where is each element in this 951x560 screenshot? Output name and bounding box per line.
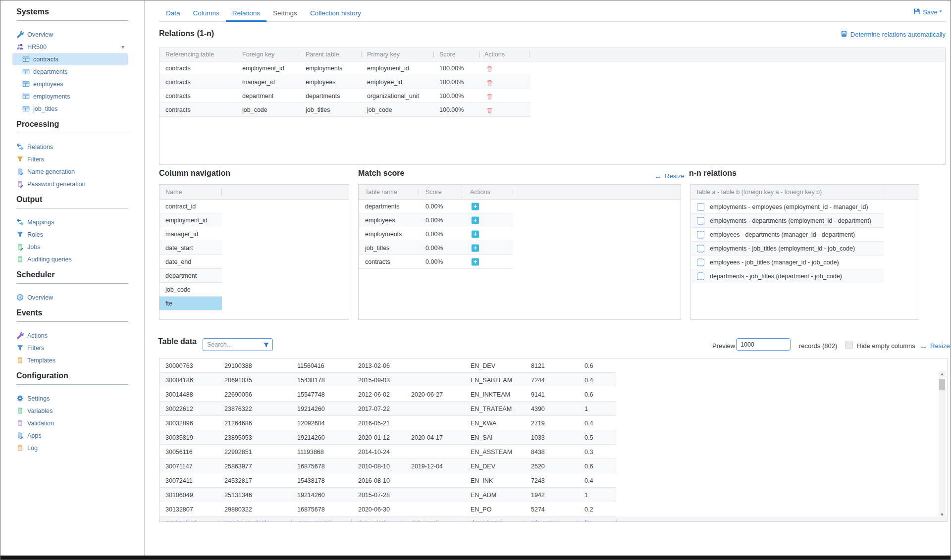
sidebar-item-mappings[interactable]: Mappings <box>0 216 144 228</box>
checkbox[interactable] <box>697 273 704 280</box>
sidebar-item-departments[interactable]: departments <box>0 65 144 78</box>
sidebar-section-title: Systems <box>16 6 144 17</box>
delete-relation-icon[interactable] <box>486 93 493 100</box>
nn-relation-label: employments - job_titles (employment_id … <box>710 245 855 252</box>
checkbox[interactable] <box>697 217 704 225</box>
cell: 19214260 <box>297 492 325 499</box>
sidebar-item-log[interactable]: Log <box>0 442 144 454</box>
table-header: Referencing tableForeign keyParent table… <box>159 48 945 61</box>
column-name: fte <box>165 300 172 307</box>
resize-table-button[interactable]: ↔ Resize <box>920 342 950 350</box>
tab-settings[interactable]: Settings <box>266 5 304 22</box>
cell: 20691035 <box>224 377 252 384</box>
add-relation-button[interactable]: + <box>472 217 479 224</box>
cell: 100.00% <box>439 65 464 72</box>
resize-columns-button[interactable]: ↔ Resize <box>654 172 685 180</box>
add-relation-button[interactable]: + <box>472 258 479 266</box>
sidebar-item-roles[interactable]: Roles <box>0 228 144 241</box>
sidebar-item-settings[interactable]: Settings <box>0 392 144 405</box>
determine-relations-button[interactable]: Determine relations automatically <box>841 30 946 39</box>
match-score-row-job-titles: job_titles 0.00% + <box>359 241 681 255</box>
cell: 2020-04-17 <box>411 434 443 441</box>
column-nav-row-date-end[interactable]: date_end <box>159 255 349 269</box>
column-nav-row-manager-id[interactable]: manager_id <box>159 227 349 241</box>
sidebar-item-auditing-queries[interactable]: Auditing queries <box>0 253 144 265</box>
sidebar-item-jobs[interactable]: Jobs <box>0 241 144 253</box>
sidebar-item-actions[interactable]: Actions <box>0 329 144 342</box>
checkbox[interactable] <box>697 231 704 239</box>
cell: 19214260 <box>297 434 325 441</box>
sidebar-item-label: Mappings <box>27 219 54 226</box>
cell: contracts <box>165 79 191 86</box>
cell: 0.2 <box>584 506 593 513</box>
sidebar-item-variables[interactable]: Variables <box>0 405 144 417</box>
delete-relation-icon[interactable] <box>486 79 493 86</box>
delete-relation-icon[interactable] <box>486 65 493 72</box>
sidebar-item-relations[interactable]: Relations <box>0 141 144 153</box>
tab-data[interactable]: Data <box>159 5 187 22</box>
search-input[interactable] <box>203 338 273 351</box>
wrench-purple-icon <box>16 332 24 339</box>
sidebar-item-job-titles[interactable]: job_titles <box>0 102 144 115</box>
scroll-up-icon[interactable]: ▲ <box>939 371 946 377</box>
delete-relation-icon[interactable] <box>486 107 493 113</box>
column-nav-row-department[interactable]: department <box>159 269 349 283</box>
add-relation-button[interactable]: + <box>472 231 479 238</box>
column-nav-row-fte[interactable]: fte <box>159 297 349 310</box>
column-header: contract_id <box>165 519 196 522</box>
sidebar-item-filters[interactable]: Filters <box>0 342 144 354</box>
column-nav-row-contract-id[interactable]: contract_id <box>159 200 349 213</box>
cell: 30004186 <box>165 377 193 384</box>
sidebar-item-hr500[interactable]: HR500▾ <box>0 41 144 53</box>
hide-empty-columns-checkbox[interactable] <box>845 341 853 349</box>
column-navigation-table: Namecontract_idemployment_idmanager_idda… <box>159 184 349 320</box>
sidebar-item-apps[interactable]: Apps <box>0 429 144 442</box>
sidebar-item-validation[interactable]: Validation <box>0 417 144 429</box>
tab-columns[interactable]: Columns <box>187 5 226 22</box>
sidebar-item-employments[interactable]: employments <box>0 90 144 102</box>
cell: 9141 <box>531 391 545 398</box>
tab-relations[interactable]: Relations <box>226 5 266 22</box>
column-nav-row-date-start[interactable]: date_start <box>159 241 349 255</box>
sidebar-item-password-generation[interactable]: Password generation <box>0 178 144 190</box>
scrollbar-thumb[interactable] <box>939 379 945 390</box>
divider <box>16 321 128 322</box>
records-count-label: records (802) <box>799 342 837 350</box>
cell: 22902851 <box>224 449 252 456</box>
tab-collection-history[interactable]: Collection history <box>304 5 368 22</box>
sidebar-item-filters[interactable]: Filters <box>0 153 144 165</box>
column-separator <box>221 189 222 195</box>
doc-pencil-purple-icon <box>16 180 24 188</box>
add-relation-button[interactable]: + <box>472 203 479 210</box>
cell: 2015-09-03 <box>358 377 390 384</box>
column-separator <box>529 51 529 58</box>
sidebar-item-overview[interactable]: Overview <box>0 28 144 41</box>
checkbox[interactable] <box>697 245 704 253</box>
sidebar-item-employees[interactable]: employees <box>0 78 144 90</box>
filter-funnel-icon[interactable] <box>263 341 269 348</box>
cell: 22690056 <box>224 391 252 398</box>
window-bottom-edge <box>0 556 951 560</box>
add-relation-button[interactable]: + <box>472 245 479 252</box>
column-nav-row-employment-id[interactable]: employment_id <box>159 213 349 227</box>
divider <box>16 133 128 133</box>
column-separator <box>479 51 480 58</box>
vertical-scrollbar[interactable]: ▲ ▼ <box>939 371 946 518</box>
sidebar-item-label: Filters <box>27 345 44 352</box>
preview-count-input[interactable] <box>736 338 791 351</box>
checkbox[interactable] <box>697 259 704 266</box>
chevron-down-icon[interactable]: ▾ <box>121 44 124 50</box>
cell: 2520 <box>531 463 545 470</box>
sidebar-item-contracts[interactable]: contracts <box>12 53 128 65</box>
cell: 2016-05-21 <box>358 420 390 427</box>
relations-1n-title: Relations (1-n) <box>159 29 214 38</box>
doc-pencil-green-icon <box>16 243 24 251</box>
save-button[interactable]: Save * <box>913 8 942 16</box>
sidebar-item-templates[interactable]: Templates <box>0 354 144 366</box>
sidebar-item-name-generation[interactable]: Name generation <box>0 165 144 178</box>
sidebar-section-configuration: Configuration Settings Variables Validat… <box>0 370 144 454</box>
checkbox[interactable] <box>697 204 704 211</box>
column-nav-row-job-code[interactable]: job_code <box>159 283 349 297</box>
sidebar-item-overview[interactable]: Overview <box>0 291 144 304</box>
cell: 2013-02-06 <box>358 362 390 369</box>
